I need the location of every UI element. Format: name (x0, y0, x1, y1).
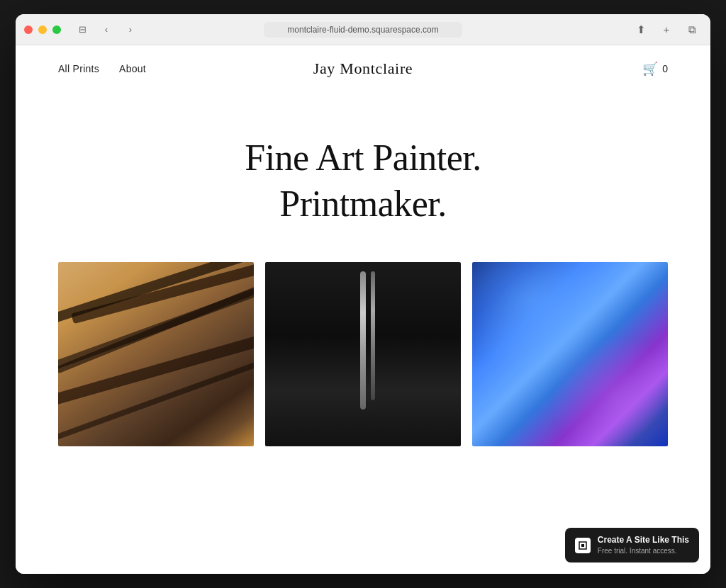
hero-line-2: Printmaker. (279, 183, 446, 224)
minimize-button[interactable] (38, 26, 47, 34)
url-text: montclaire-fluid-demo.squarespace.com (287, 25, 438, 35)
cart-button[interactable]: 🛒 0 (642, 61, 668, 77)
gallery-wrapper: Create A Site Like This Free trial. Inst… (16, 262, 710, 574)
nav-left: All Prints About (58, 63, 146, 74)
gallery-item-2[interactable] (265, 262, 461, 446)
hero-section: Fine Art Painter. Printmaker. (16, 92, 710, 262)
traffic-lights (24, 26, 61, 34)
new-tab-button[interactable]: + (657, 20, 676, 40)
hero-line-1: Fine Art Painter. (245, 137, 481, 178)
site-content: All Prints About Jay Montclaire 🛒 0 Fine… (16, 45, 710, 574)
gallery-image-blue (472, 262, 668, 446)
browser-actions: ⬆ + ⧉ (631, 20, 702, 40)
gallery-image-warm (58, 262, 254, 446)
squarespace-logo (575, 538, 591, 553)
close-button[interactable] (24, 26, 33, 34)
gallery-image-dark (265, 262, 461, 446)
warm-stripe-3 (58, 333, 254, 406)
title-bar: ⊟ ‹ › montclaire-fluid-demo.squarespace.… (16, 14, 710, 45)
nav-all-prints[interactable]: All Prints (58, 63, 99, 74)
browser-controls: ⊟ ‹ › (72, 20, 140, 40)
badge-subtitle: Free trial. Instant access. (598, 546, 689, 555)
site-logo[interactable]: Jay Montclaire (313, 60, 413, 78)
nav-about[interactable]: About (119, 63, 146, 74)
tabs-button[interactable]: ⧉ (682, 20, 702, 40)
squarespace-badge-text: Create A Site Like This Free trial. Inst… (598, 535, 689, 555)
gallery-item-3[interactable] (472, 262, 668, 446)
cart-count: 0 (662, 63, 668, 74)
sidebar-toggle-button[interactable]: ⊟ (72, 20, 92, 40)
squarespace-badge[interactable]: Create A Site Like This Free trial. Inst… (565, 528, 699, 562)
warm-stripe-1 (58, 262, 254, 323)
badge-title: Create A Site Like This (598, 535, 689, 546)
share-button[interactable]: ⬆ (631, 20, 651, 40)
gallery-section (16, 262, 710, 446)
address-bar[interactable]: montclaire-fluid-demo.squarespace.com (264, 22, 462, 38)
hero-title: Fine Art Painter. Printmaker. (245, 135, 481, 227)
gallery-item-1[interactable] (58, 262, 254, 446)
browser-window: ⊟ ‹ › montclaire-fluid-demo.squarespace.… (16, 14, 710, 574)
site-nav: All Prints About Jay Montclaire 🛒 0 (16, 45, 710, 92)
cart-icon: 🛒 (642, 61, 658, 77)
squarespace-logo-icon (577, 540, 588, 551)
maximize-button[interactable] (52, 26, 61, 34)
forward-button[interactable]: › (121, 20, 140, 40)
back-button[interactable]: ‹ (96, 20, 116, 40)
